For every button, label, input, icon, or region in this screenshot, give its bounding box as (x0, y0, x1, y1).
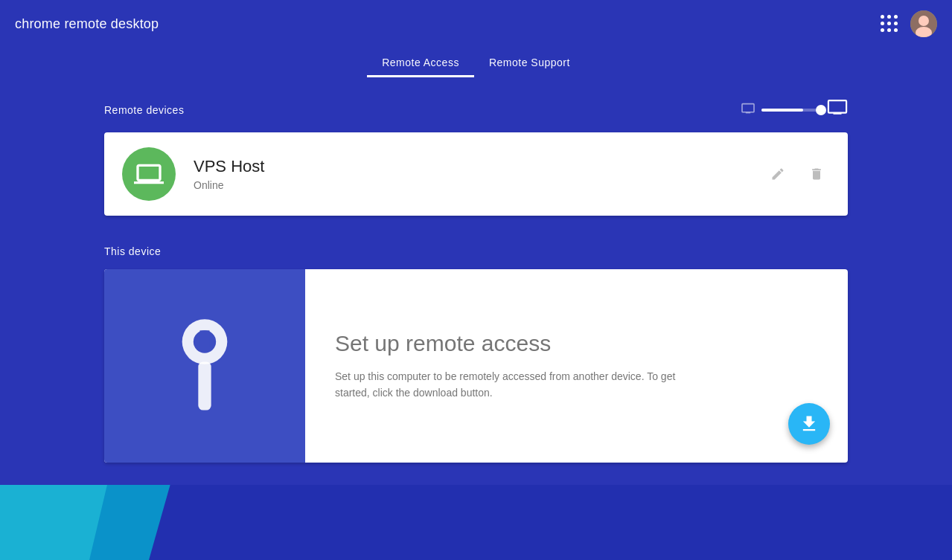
remote-devices-title: Remote devices (104, 104, 184, 116)
user-avatar[interactable] (910, 10, 937, 37)
remote-devices-header: Remote devices (104, 100, 848, 120)
device-status: Online (194, 179, 264, 191)
svg-rect-10 (834, 113, 842, 115)
size-slider-track[interactable] (761, 109, 821, 112)
grid-dot (887, 22, 891, 25)
device-card-vps-host[interactable]: VPS Host Online (104, 132, 848, 216)
svg-rect-14 (200, 330, 210, 347)
download-button[interactable] (788, 403, 830, 445)
monitor-small-icon (741, 103, 755, 118)
setup-illustration (104, 269, 305, 463)
tab-remote-access[interactable]: Remote Access (367, 48, 474, 77)
edit-device-button[interactable] (764, 161, 791, 187)
grid-dot (894, 22, 898, 25)
grid-dots (881, 15, 898, 33)
grid-dot (894, 28, 898, 32)
setup-title: Set up remote access (335, 331, 818, 356)
app-logo: chrome remote desktop (15, 16, 159, 32)
device-info: VPS Host Online (122, 147, 264, 201)
size-slider-container (741, 100, 848, 120)
svg-rect-13 (198, 362, 211, 411)
device-text: VPS Host Online (194, 157, 264, 191)
grid-dot (881, 15, 884, 19)
this-device-title: This device (104, 245, 848, 257)
size-slider-thumb (816, 105, 826, 115)
grid-dot (887, 15, 891, 19)
setup-content: Set up remote access Set up this compute… (305, 269, 848, 463)
wrench-icon (156, 318, 253, 414)
header-right (881, 10, 937, 37)
apps-grid-icon[interactable] (881, 15, 898, 33)
grid-dot (881, 22, 884, 25)
svg-rect-7 (742, 104, 754, 112)
setup-section: Set up remote access Set up this compute… (104, 269, 848, 463)
svg-rect-9 (828, 100, 846, 113)
device-name: VPS Host (194, 157, 264, 176)
device-icon (122, 147, 176, 201)
size-slider-fill (761, 109, 803, 112)
header: chrome remote desktop (0, 0, 952, 48)
grid-dot (881, 28, 884, 32)
svg-point-5 (919, 16, 929, 26)
setup-description: Set up this computer to be remotely acce… (335, 368, 692, 402)
svg-rect-8 (746, 112, 750, 114)
grid-dot (887, 28, 891, 32)
page-wrapper: chrome remote desktop (0, 0, 952, 560)
tab-remote-support[interactable]: Remote Support (474, 48, 585, 77)
delete-device-button[interactable] (803, 161, 830, 187)
nav-tabs: Remote Access Remote Support (0, 48, 952, 77)
monitor-large-icon (827, 100, 848, 120)
device-actions (764, 161, 830, 187)
content-wrapper: chrome remote desktop (0, 0, 952, 485)
grid-dot (894, 15, 898, 19)
main-content: Remote devices (0, 77, 952, 485)
